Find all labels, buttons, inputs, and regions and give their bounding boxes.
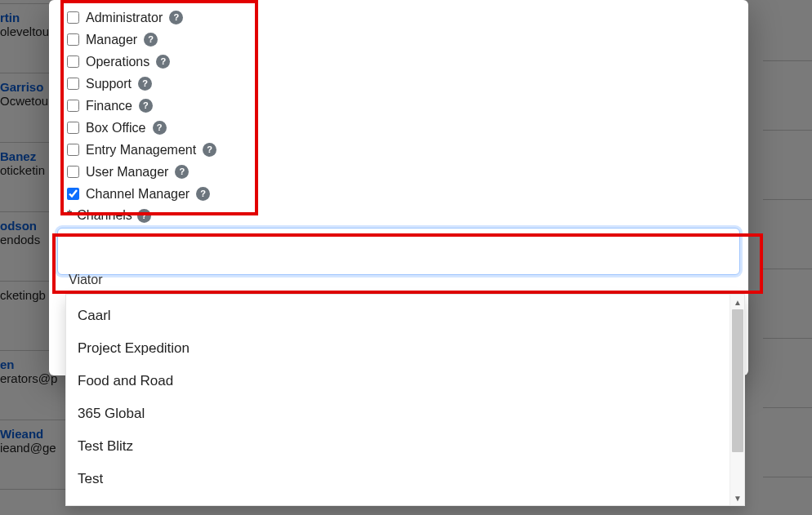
channels-field-label: * Channels ?: [49, 206, 748, 223]
role-user-manager[interactable]: User Manager ?: [67, 161, 734, 183]
role-entry-management[interactable]: Entry Management ?: [67, 139, 734, 161]
dropdown-scrollbar[interactable]: ▲ ▼: [729, 295, 744, 505]
dropdown-item[interactable]: Caarl: [66, 300, 729, 332]
role-checkbox[interactable]: [67, 166, 79, 178]
scrollbar-track[interactable]: [730, 309, 745, 491]
role-support[interactable]: Support ?: [67, 73, 734, 95]
help-icon[interactable]: ?: [156, 55, 170, 69]
help-icon[interactable]: ?: [169, 11, 183, 24]
dropdown-item-label: Test Blitz: [78, 438, 133, 455]
role-label: User Manager: [86, 165, 168, 180]
scrollbar-thumb[interactable]: [732, 309, 743, 452]
help-icon[interactable]: ?: [175, 165, 189, 179]
dropdown-item[interactable]: Test: [66, 463, 729, 495]
role-checkbox[interactable]: [67, 188, 79, 200]
channels-dropdown: Caarl Project Expedition Food and Road 3…: [65, 294, 745, 506]
roles-group: Administrator ? Manager ? Operations ? S…: [49, 0, 748, 206]
role-checkbox[interactable]: [67, 11, 79, 24]
role-channel-manager[interactable]: Channel Manager ?: [67, 183, 734, 205]
help-icon[interactable]: ?: [203, 143, 216, 157]
role-label: Administrator: [86, 11, 163, 25]
role-label: Support: [86, 77, 132, 91]
channels-label-text: Channels: [77, 208, 132, 223]
dropdown-item-label: Food and Road: [78, 373, 173, 389]
role-administrator[interactable]: Administrator ?: [67, 7, 734, 29]
help-icon[interactable]: ?: [153, 121, 167, 135]
role-label: Channel Manager: [86, 187, 190, 202]
dropdown-scroll-area[interactable]: Caarl Project Expedition Food and Road 3…: [66, 295, 729, 505]
role-finance[interactable]: Finance ?: [67, 95, 734, 117]
role-manager[interactable]: Manager ?: [67, 29, 734, 51]
dropdown-item[interactable]: Test Blitz: [66, 430, 729, 463]
scroll-down-arrow-icon[interactable]: ▼: [730, 491, 745, 505]
role-checkbox[interactable]: [67, 122, 79, 134]
channels-peek-item: Viator: [49, 273, 748, 287]
dropdown-item-label: Project Expedition: [78, 340, 190, 357]
scroll-up-arrow-icon[interactable]: ▲: [730, 295, 745, 309]
role-label: Entry Management: [86, 143, 196, 158]
dropdown-item-label: 365 Global: [78, 406, 145, 422]
help-icon[interactable]: ?: [137, 209, 151, 223]
dropdown-item-label: Test: [78, 471, 103, 487]
dropdown-item[interactable]: 365 Global: [66, 397, 729, 430]
role-checkbox[interactable]: [67, 78, 79, 90]
role-checkbox[interactable]: [67, 144, 79, 156]
role-operations[interactable]: Operations ?: [67, 51, 734, 73]
role-checkbox[interactable]: [67, 33, 79, 46]
dropdown-item-label: Caarl: [78, 308, 111, 324]
channels-input-wrap: [57, 228, 740, 275]
role-label: Finance: [86, 99, 132, 113]
channels-search-input[interactable]: [57, 228, 740, 275]
help-icon[interactable]: ?: [138, 77, 152, 91]
help-icon[interactable]: ?: [196, 187, 210, 201]
dropdown-item[interactable]: Project Expedition: [66, 332, 729, 365]
required-marker: *: [67, 208, 72, 223]
role-checkbox[interactable]: [67, 100, 79, 112]
role-label: Manager: [86, 33, 137, 47]
role-checkbox[interactable]: [67, 55, 79, 68]
help-icon[interactable]: ?: [139, 99, 153, 113]
role-label: Box Office: [86, 121, 146, 135]
dropdown-item[interactable]: Food and Road: [66, 365, 729, 397]
help-icon[interactable]: ?: [144, 33, 158, 47]
role-box-office[interactable]: Box Office ?: [67, 117, 734, 139]
role-label: Operations: [86, 55, 149, 69]
